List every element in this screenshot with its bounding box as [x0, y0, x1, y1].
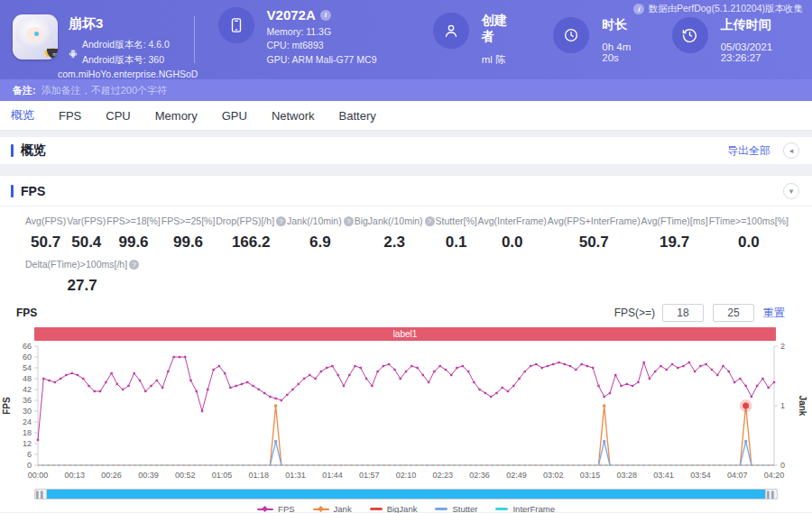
fps-card: FPS ▾ Avg(FPS)50.7Var(FPS)50.4FPS>=18[%]… [0, 176, 812, 512]
legend-label: FPS [278, 504, 294, 513]
legend-marker [370, 508, 383, 510]
help-icon[interactable]: ? [344, 216, 354, 226]
creator-value: ml 陈 [482, 53, 514, 67]
help-icon[interactable]: ? [276, 216, 286, 226]
svg-text:00:39: 00:39 [138, 471, 159, 480]
chart-title: FPS [16, 307, 37, 319]
device-info-icon[interactable]: i [320, 10, 331, 21]
stat-value: 99.6 [106, 234, 161, 252]
svg-text:01:05: 01:05 [212, 471, 233, 480]
overview-card: 概览 导出全部 ◂ [0, 137, 812, 164]
stat-value: 19.7 [641, 234, 708, 252]
stat-FPS>=18[%]: FPS>=18[%]99.6 [106, 215, 161, 252]
scene-label-band[interactable]: label1 [34, 327, 776, 341]
tab-FPS[interactable]: FPS [59, 107, 81, 124]
stat-label: Var(FPS) [67, 215, 106, 226]
fps-stats-row: Avg(FPS)50.7Var(FPS)50.4FPS>=18[%]99.6FP… [0, 206, 812, 252]
stat-label: Avg(InterFrame) [478, 215, 547, 226]
legend-item-Jank[interactable]: Jank [313, 504, 352, 513]
stat-label: Delta(FTime)>100ms[/h] [25, 259, 127, 270]
svg-text:03:41: 03:41 [653, 471, 674, 480]
duration-value: 0h 4m 20s [602, 41, 637, 63]
device-memory: Memory: 11.3G [267, 26, 377, 37]
android-icon [69, 41, 78, 67]
header-divider [194, 16, 195, 63]
export-all-link[interactable]: 导出全部 [727, 143, 770, 159]
legend-label: BigJank [387, 504, 418, 513]
svg-text:24: 24 [23, 417, 32, 426]
svg-text:66: 66 [23, 342, 32, 351]
device-info-block: V2072A i Memory: 11.3G CPU: mt6893 GPU: … [197, 7, 410, 65]
stat-Var(FPS): Var(FPS)50.4 [67, 215, 106, 252]
tab-Memory[interactable]: Memory [155, 107, 198, 124]
chart-legend: FPSJankBigJankStutterInterFrame [0, 504, 812, 513]
legend-item-FPS[interactable]: FPS [257, 504, 294, 513]
stat-label: Avg(FPS) [25, 215, 66, 226]
stat-value: 27.7 [25, 277, 139, 295]
svg-text:00:26: 00:26 [101, 471, 122, 480]
upload-time-label: 上传时间 [721, 17, 812, 33]
legend-marker [495, 508, 508, 510]
spacer [0, 131, 812, 137]
range-handle-left[interactable]: ▌▌ [35, 490, 47, 499]
chart-controls: FPS FPS(>=) 重置 [0, 295, 812, 322]
collapse-down-button[interactable]: ▾ [783, 183, 799, 199]
svg-text:03:15: 03:15 [580, 471, 601, 480]
stat-value: 99.6 [161, 234, 216, 252]
tab-CPU[interactable]: CPU [106, 107, 130, 124]
tab-Battery[interactable]: Battery [339, 107, 376, 124]
phone-icon [218, 7, 254, 43]
history-clock-icon [672, 17, 708, 53]
tab-GPU[interactable]: GPU [222, 107, 247, 124]
device-cpu: CPU: mt6893 [267, 40, 377, 50]
note-bar: 备注: 添加备注，不超过200个字符 [0, 79, 812, 101]
svg-text:30: 30 [23, 407, 32, 416]
svg-text:03:54: 03:54 [690, 471, 711, 480]
app-icon: miHoYo [13, 14, 58, 60]
help-icon[interactable]: ? [425, 216, 435, 226]
fps-threshold-low-input[interactable] [662, 304, 704, 322]
legend-marker [257, 508, 273, 510]
fps-threshold-high-input[interactable] [713, 304, 754, 322]
stat-value: 6.9 [287, 234, 354, 252]
overview-title: 概览 [21, 142, 46, 159]
stat-label: Avg(FPS+InterFrame) [548, 215, 641, 226]
range-track[interactable] [47, 490, 765, 499]
svg-text:03:02: 03:02 [543, 471, 564, 480]
stat-Stutter[%]: Stutter[%]0.1 [436, 215, 477, 252]
tab-Network[interactable]: Network [272, 107, 315, 124]
note-input[interactable]: 添加备注，不超过200个字符 [42, 84, 167, 97]
svg-text:48: 48 [23, 374, 32, 383]
legend-marker [313, 508, 329, 510]
stat-label: FPS>=25[%] [161, 215, 216, 226]
help-icon[interactable]: ? [129, 260, 139, 270]
svg-text:04:20: 04:20 [764, 471, 785, 480]
svg-text:2: 2 [780, 342, 785, 351]
range-handle-right[interactable]: ▌▌ [765, 490, 777, 499]
stat-Avg(FPS): Avg(FPS)50.7 [25, 215, 66, 252]
note-label: 备注: [13, 84, 36, 97]
tab-概览[interactable]: 概览 [11, 105, 34, 125]
legend-label: Jank [334, 504, 352, 513]
fps-stats-row2: Delta(FTime)>100ms[/h]?27.7 [0, 252, 812, 295]
legend-item-InterFrame[interactable]: InterFrame [495, 504, 554, 513]
svg-text:01:57: 01:57 [359, 471, 380, 480]
reset-link[interactable]: 重置 [763, 306, 785, 321]
legend-item-BigJank[interactable]: BigJank [370, 504, 418, 513]
legend-item-Stutter[interactable]: Stutter [435, 504, 477, 513]
duration-label: 时长 [602, 17, 637, 33]
stat-Delta(FTime)>100ms[/h]: Delta(FTime)>100ms[/h]?27.7 [25, 259, 139, 295]
legend-label: Stutter [452, 504, 477, 513]
stat-Jank(/10min): Jank(/10min)?6.9 [287, 215, 354, 252]
svg-text:Jank: Jank [798, 396, 807, 417]
stat-label: Drop(FPS)[/h] [216, 215, 274, 226]
svg-text:0: 0 [27, 461, 32, 470]
data-source-note: i 数据由PerfDog(5.1.210204)版本收集 [633, 3, 803, 15]
info-icon[interactable]: i [633, 4, 644, 14]
stat-FTime>=100ms[%]: FTime>=100ms[%]0.0 [709, 215, 789, 252]
svg-text:18: 18 [23, 428, 32, 437]
svg-text:12: 12 [23, 439, 32, 448]
svg-text:01:44: 01:44 [322, 471, 343, 480]
section-accent-bar [11, 185, 14, 197]
collapse-left-button[interactable]: ◂ [783, 142, 799, 159]
